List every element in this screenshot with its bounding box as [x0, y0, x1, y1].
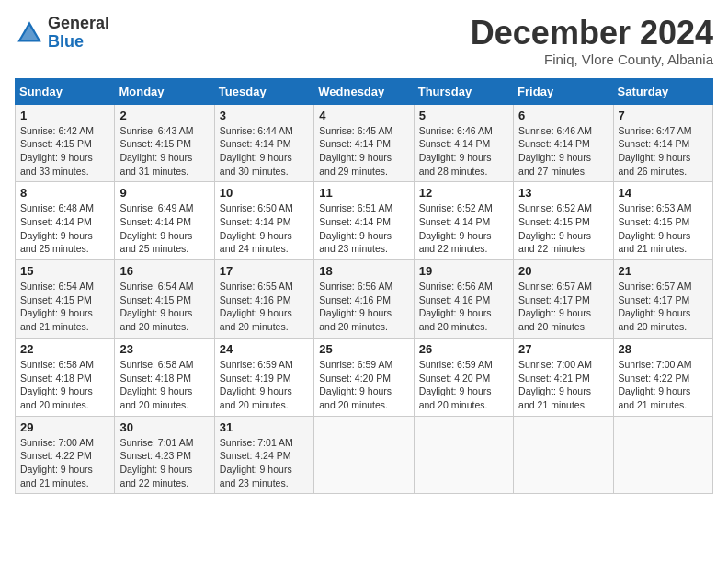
- day-info: Sunrise: 7:00 AMSunset: 4:22 PMDaylight:…: [619, 359, 692, 410]
- header: General Blue December 2024 Finiq, Vlore …: [15, 15, 713, 67]
- logo-icon: [15, 18, 44, 48]
- day-number: 13: [518, 186, 608, 200]
- header-saturday: Saturday: [613, 78, 712, 104]
- calendar-cell: 23 Sunrise: 6:58 AMSunset: 4:18 PMDaylig…: [115, 338, 214, 416]
- calendar-cell: 2 Sunrise: 6:43 AMSunset: 4:15 PMDayligh…: [115, 104, 214, 182]
- day-number: 29: [20, 420, 109, 434]
- calendar-cell: 11 Sunrise: 6:51 AMSunset: 4:14 PMDaylig…: [314, 182, 414, 260]
- logo-general: General: [48, 15, 109, 33]
- day-number: 17: [220, 264, 309, 278]
- day-info: Sunrise: 7:00 AMSunset: 4:22 PMDaylight:…: [20, 437, 94, 488]
- day-info: Sunrise: 6:43 AMSunset: 4:15 PMDaylight:…: [119, 125, 193, 177]
- calendar-cell: 13 Sunrise: 6:52 AMSunset: 4:15 PMDaylig…: [514, 182, 613, 260]
- day-info: Sunrise: 6:59 AMSunset: 4:19 PMDaylight:…: [220, 359, 293, 410]
- calendar-cell: 24 Sunrise: 6:59 AMSunset: 4:19 PMDaylig…: [214, 338, 313, 416]
- calendar-cell: [314, 416, 414, 494]
- calendar-cell: [414, 416, 513, 494]
- day-info: Sunrise: 6:46 AMSunset: 4:14 PMDaylight:…: [518, 125, 592, 177]
- day-info: Sunrise: 6:52 AMSunset: 4:14 PMDaylight:…: [419, 202, 493, 254]
- calendar-cell: [514, 416, 613, 494]
- calendar-cell: 4 Sunrise: 6:45 AMSunset: 4:14 PMDayligh…: [314, 104, 414, 182]
- day-info: Sunrise: 6:44 AMSunset: 4:14 PMDaylight:…: [220, 125, 293, 177]
- day-info: Sunrise: 6:51 AMSunset: 4:14 PMDaylight:…: [319, 202, 392, 254]
- day-info: Sunrise: 6:57 AMSunset: 4:17 PMDaylight:…: [518, 281, 592, 332]
- calendar-cell: 5 Sunrise: 6:46 AMSunset: 4:14 PMDayligh…: [414, 104, 513, 182]
- day-number: 9: [119, 186, 209, 200]
- calendar-cell: 31 Sunrise: 7:01 AMSunset: 4:24 PMDaylig…: [214, 416, 313, 494]
- day-info: Sunrise: 6:49 AMSunset: 4:14 PMDaylight:…: [119, 202, 193, 254]
- location-title: Finiq, Vlore County, Albania: [471, 52, 713, 67]
- day-info: Sunrise: 6:46 AMSunset: 4:14 PMDaylight:…: [419, 125, 493, 177]
- calendar-cell: 3 Sunrise: 6:44 AMSunset: 4:14 PMDayligh…: [214, 104, 313, 182]
- day-number: 23: [119, 342, 209, 356]
- day-number: 11: [319, 186, 408, 200]
- day-info: Sunrise: 6:54 AMSunset: 4:15 PMDaylight:…: [119, 281, 193, 332]
- day-info: Sunrise: 6:42 AMSunset: 4:15 PMDaylight:…: [20, 125, 94, 177]
- calendar-cell: 19 Sunrise: 6:56 AMSunset: 4:16 PMDaylig…: [414, 260, 513, 339]
- day-number: 19: [419, 264, 508, 278]
- calendar-cell: 10 Sunrise: 6:50 AMSunset: 4:14 PMDaylig…: [214, 182, 313, 260]
- day-number: 6: [518, 109, 608, 122]
- day-info: Sunrise: 7:01 AMSunset: 4:24 PMDaylight:…: [220, 437, 293, 488]
- logo: General Blue: [15, 15, 109, 52]
- day-number: 22: [20, 342, 109, 356]
- calendar-cell: 30 Sunrise: 7:01 AMSunset: 4:23 PMDaylig…: [115, 416, 214, 494]
- day-number: 25: [319, 342, 408, 356]
- calendar-cell: 15 Sunrise: 6:54 AMSunset: 4:15 PMDaylig…: [16, 260, 115, 339]
- day-number: 30: [119, 420, 209, 434]
- calendar: SundayMondayTuesdayWednesdayThursdayFrid…: [15, 78, 713, 495]
- day-number: 1: [20, 109, 109, 122]
- day-info: Sunrise: 7:01 AMSunset: 4:23 PMDaylight:…: [119, 437, 193, 488]
- day-info: Sunrise: 6:53 AMSunset: 4:15 PMDaylight:…: [619, 202, 692, 254]
- day-number: 28: [619, 342, 708, 356]
- calendar-cell: 27 Sunrise: 7:00 AMSunset: 4:21 PMDaylig…: [514, 338, 613, 416]
- calendar-cell: 14 Sunrise: 6:53 AMSunset: 4:15 PMDaylig…: [613, 182, 712, 260]
- logo-text: General Blue: [48, 15, 109, 52]
- calendar-cell: 17 Sunrise: 6:55 AMSunset: 4:16 PMDaylig…: [214, 260, 313, 339]
- calendar-cell: 8 Sunrise: 6:48 AMSunset: 4:14 PMDayligh…: [16, 182, 115, 260]
- day-number: 20: [518, 264, 608, 278]
- header-tuesday: Tuesday: [214, 78, 313, 104]
- day-number: 10: [220, 186, 309, 200]
- calendar-cell: 29 Sunrise: 7:00 AMSunset: 4:22 PMDaylig…: [16, 416, 115, 494]
- calendar-cell: 21 Sunrise: 6:57 AMSunset: 4:17 PMDaylig…: [613, 260, 712, 339]
- week-row-2: 8 Sunrise: 6:48 AMSunset: 4:14 PMDayligh…: [16, 182, 713, 260]
- calendar-header-row: SundayMondayTuesdayWednesdayThursdayFrid…: [16, 78, 713, 104]
- calendar-cell: [613, 416, 712, 494]
- calendar-cell: 1 Sunrise: 6:42 AMSunset: 4:15 PMDayligh…: [16, 104, 115, 182]
- day-info: Sunrise: 6:56 AMSunset: 4:16 PMDaylight:…: [419, 281, 493, 332]
- day-number: 14: [619, 186, 708, 200]
- day-number: 27: [518, 342, 608, 356]
- calendar-cell: 16 Sunrise: 6:54 AMSunset: 4:15 PMDaylig…: [115, 260, 214, 339]
- calendar-cell: 18 Sunrise: 6:56 AMSunset: 4:16 PMDaylig…: [314, 260, 414, 339]
- day-info: Sunrise: 6:57 AMSunset: 4:17 PMDaylight:…: [619, 281, 692, 332]
- day-info: Sunrise: 6:58 AMSunset: 4:18 PMDaylight:…: [20, 359, 94, 410]
- day-info: Sunrise: 6:58 AMSunset: 4:18 PMDaylight:…: [119, 359, 193, 410]
- header-thursday: Thursday: [414, 78, 513, 104]
- day-number: 18: [319, 264, 408, 278]
- calendar-cell: 28 Sunrise: 7:00 AMSunset: 4:22 PMDaylig…: [613, 338, 712, 416]
- day-number: 24: [220, 342, 309, 356]
- day-info: Sunrise: 6:56 AMSunset: 4:16 PMDaylight:…: [319, 281, 392, 332]
- day-info: Sunrise: 6:59 AMSunset: 4:20 PMDaylight:…: [319, 359, 392, 410]
- day-number: 7: [619, 109, 708, 122]
- day-number: 2: [119, 109, 209, 122]
- calendar-cell: 20 Sunrise: 6:57 AMSunset: 4:17 PMDaylig…: [514, 260, 613, 339]
- title-block: December 2024 Finiq, Vlore County, Alban…: [471, 15, 713, 67]
- week-row-1: 1 Sunrise: 6:42 AMSunset: 4:15 PMDayligh…: [16, 104, 713, 182]
- day-number: 15: [20, 264, 109, 278]
- day-number: 5: [419, 109, 508, 122]
- day-info: Sunrise: 6:48 AMSunset: 4:14 PMDaylight:…: [20, 202, 94, 254]
- day-number: 12: [419, 186, 508, 200]
- header-friday: Friday: [514, 78, 613, 104]
- calendar-cell: 26 Sunrise: 6:59 AMSunset: 4:20 PMDaylig…: [414, 338, 513, 416]
- calendar-cell: 9 Sunrise: 6:49 AMSunset: 4:14 PMDayligh…: [115, 182, 214, 260]
- calendar-cell: 7 Sunrise: 6:47 AMSunset: 4:14 PMDayligh…: [613, 104, 712, 182]
- day-number: 3: [220, 109, 309, 122]
- day-number: 21: [619, 264, 708, 278]
- day-number: 26: [419, 342, 508, 356]
- day-info: Sunrise: 6:55 AMSunset: 4:16 PMDaylight:…: [220, 281, 293, 332]
- day-info: Sunrise: 6:52 AMSunset: 4:15 PMDaylight:…: [518, 202, 592, 254]
- month-title: December 2024: [471, 15, 713, 52]
- day-number: 8: [20, 186, 109, 200]
